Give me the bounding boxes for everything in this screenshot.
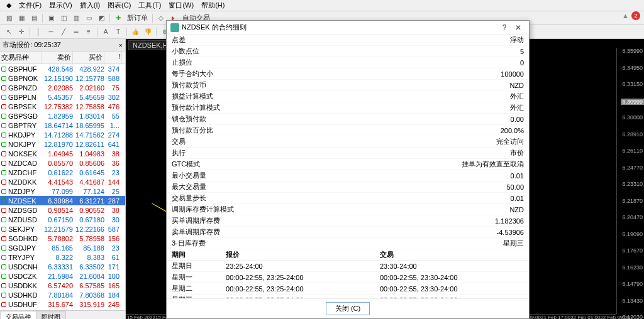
symbol-row[interactable]: GBPHUF428.548428.922374 xyxy=(0,64,125,73)
help-icon[interactable]: ? xyxy=(497,23,511,32)
mw-tabs: 交易品种 即时图 xyxy=(0,310,125,319)
topright: ▲ 2 xyxy=(622,11,640,20)
tb-expert-icon[interactable]: ◇ xyxy=(155,13,167,23)
text-icon[interactable]: A xyxy=(100,27,111,37)
symbol-row[interactable]: USDHUF315.674315.919245 xyxy=(0,300,125,309)
time-tick: 22 Feb 09:00 xyxy=(600,315,630,319)
spec-row: 买单调期库存费1.182306 xyxy=(167,215,529,227)
vline-icon[interactable]: │ xyxy=(33,27,44,37)
symbol-row[interactable]: GBPNZD2.020852.0216075 xyxy=(0,83,125,92)
symbol-row[interactable]: USDDKK6.574206.57585165 xyxy=(0,281,125,290)
channel-icon[interactable]: ═ xyxy=(70,27,82,37)
dialog-titlebar: NZDSEK 的合约细则 ? ✕ xyxy=(167,21,529,35)
close-icon[interactable]: × xyxy=(119,41,123,49)
col-spread[interactable]: ! xyxy=(104,51,122,63)
spec-row: 点差浮动 xyxy=(167,35,529,46)
symbol-row[interactable]: NOKSEK1.049451.0498338 xyxy=(0,149,125,158)
tab-symbols[interactable]: 交易品种 xyxy=(0,311,36,319)
tb-market-icon[interactable]: ◫ xyxy=(58,13,69,23)
menu-insert[interactable]: 插入(I) xyxy=(76,0,104,11)
symbol-row[interactable]: GBPSGD1.829591.8301455 xyxy=(0,111,125,121)
col-ask[interactable]: 买价 xyxy=(73,51,104,63)
spec-row: 3-日库存费星期三 xyxy=(167,238,529,249)
spec-row: 卖单调期库存费-4.53906 xyxy=(167,227,529,238)
symbol-row[interactable]: SGDJPY85.16585.18823 xyxy=(0,243,125,252)
symbol-row[interactable]: NZDCHF0.616220.6164523 xyxy=(0,168,125,177)
symbol-row[interactable]: USDCNH6.333316.33502171 xyxy=(0,262,125,271)
close-button[interactable]: 关闭 (C) xyxy=(326,302,370,315)
spec-row: 损益计算模式外汇 xyxy=(167,91,529,102)
app-icon: ◆ xyxy=(3,1,15,10)
menu-window[interactable]: 窗口(W) xyxy=(165,0,197,11)
menu-view[interactable]: 显示(V) xyxy=(45,0,76,11)
trendline-icon[interactable]: ╱ xyxy=(58,27,69,37)
tb-sep xyxy=(152,14,153,23)
tb-strategy-icon[interactable]: ◩ xyxy=(96,13,107,23)
hline-icon[interactable]: ─ xyxy=(45,27,57,37)
symbol-row[interactable]: NZDSGD0.905140.9055238 xyxy=(0,205,125,215)
symbol-row[interactable]: GBPSEK12.7538212.75858476 xyxy=(0,102,125,111)
tb-nav-icon[interactable]: ▣ xyxy=(45,13,57,23)
spec-row: 交易完全访问 xyxy=(167,136,529,148)
market-watch-header: 市场报价: 09:25:37 × xyxy=(0,39,125,51)
notif-badge[interactable]: 2 xyxy=(631,11,640,20)
symbol-row[interactable]: SEKJPY12.2157912.22166587 xyxy=(0,224,125,234)
price-tick: 6.21870 xyxy=(622,198,643,204)
spec-row: 小数点位5 xyxy=(167,46,529,57)
symbol-row[interactable]: USDCZK21.598421.6084100 xyxy=(0,271,125,281)
label-icon[interactable]: T xyxy=(113,27,124,37)
crosshair-icon[interactable]: ✛ xyxy=(16,27,27,37)
tab-tick[interactable]: 即时图 xyxy=(36,311,66,319)
thumbdown-icon[interactable]: 👎 xyxy=(142,27,153,37)
symbol-row[interactable]: SGDHKD5.788025.78958156 xyxy=(0,234,125,243)
fib-icon[interactable]: ≡ xyxy=(83,27,94,37)
spec-row: 调期库存费计算模式NZD xyxy=(167,204,529,215)
symbol-row[interactable]: HKDJPY14.7128814.71562274 xyxy=(0,130,125,139)
tb-sep xyxy=(42,14,43,23)
symbol-row[interactable]: GBPTRY18.6471418.659951... xyxy=(0,121,125,130)
symbol-row[interactable]: NZDUSD0.671500.6718030 xyxy=(0,215,125,224)
tb-neworder-icon[interactable]: ✚ xyxy=(113,13,124,23)
symbol-row[interactable]: NZDCAD0.855700.8560636 xyxy=(0,158,125,168)
thumbup-icon[interactable]: 👍 xyxy=(130,27,141,37)
menu-tools[interactable]: 工具(T) xyxy=(135,0,165,11)
price-tick: 6.24770 xyxy=(622,165,643,171)
tb-terminal-icon[interactable]: ▭ xyxy=(83,13,94,23)
symbol-row[interactable]: GBPPLN5.453575.45659302 xyxy=(0,92,125,102)
dialog-icon xyxy=(170,23,179,32)
price-tick: 6.23310 xyxy=(622,181,643,187)
tb-data-icon[interactable]: ▥ xyxy=(70,13,82,23)
price-tick: 6.20470 xyxy=(622,214,643,220)
cursor-icon[interactable]: ↖ xyxy=(3,27,14,37)
price-axis: 6.359906.349506.331506.309996.300006.289… xyxy=(616,48,644,314)
symbol-row[interactable]: GBPNOK12.1519012.15778588 xyxy=(0,73,125,83)
symbol-row[interactable]: NOKJPY12.8197012.82611641 xyxy=(0,139,125,149)
col-symbol[interactable]: 交易品种 xyxy=(0,51,42,63)
close-icon[interactable]: ✕ xyxy=(511,23,525,32)
tb-save-icon[interactable]: ▤ xyxy=(28,13,40,23)
sched-header: 期间 xyxy=(167,249,221,261)
symbol-row[interactable]: NZDJPY77.09977.12425 xyxy=(0,187,125,196)
alert-icon[interactable]: ▲ xyxy=(622,12,629,19)
symbol-row[interactable]: NZDDKK4.415434.41687144 xyxy=(0,177,125,187)
menu-help[interactable]: 帮助(H) xyxy=(197,0,228,11)
dialog-footer: 关闭 (C) xyxy=(167,298,529,318)
spec-row: 执行市价 xyxy=(167,148,529,159)
dialog-title: NZDSEK 的合约细则 xyxy=(182,23,247,32)
symbol-row[interactable]: NZDSEK6.309846.31271287 xyxy=(0,196,125,205)
symbol-row[interactable]: USDHKD7.801847.80368184 xyxy=(0,290,125,300)
tb-neworder-text[interactable]: 新订单 xyxy=(125,13,150,23)
menu-file[interactable]: 文件(F) xyxy=(15,0,45,11)
symbol-row[interactable]: TRYJPY8.3228.38361 xyxy=(0,252,125,262)
tb-profile-icon[interactable]: ▦ xyxy=(16,13,27,23)
dialog-body: 点差浮动小数点位5止损位0每手合约大小100000预付款货币NZD损益计算模式外… xyxy=(167,35,529,298)
contract-spec-dialog: NZDSEK 的合约细则 ? ✕ 点差浮动小数点位5止损位0每手合约大小1000… xyxy=(166,20,530,319)
price-tick: 6.30000 xyxy=(622,114,643,121)
menu-chart[interactable]: 图表(C) xyxy=(104,0,135,11)
spec-row: 止损位0 xyxy=(167,57,529,68)
price-tick: 6.17670 xyxy=(622,247,643,254)
spec-row: 锁仓预付款0.00 xyxy=(167,114,529,125)
time-tick: 22 Feb 01:00 xyxy=(570,315,600,319)
col-bid[interactable]: 卖价 xyxy=(42,51,73,63)
tb-chart-icon[interactable]: ▧ xyxy=(3,13,14,23)
